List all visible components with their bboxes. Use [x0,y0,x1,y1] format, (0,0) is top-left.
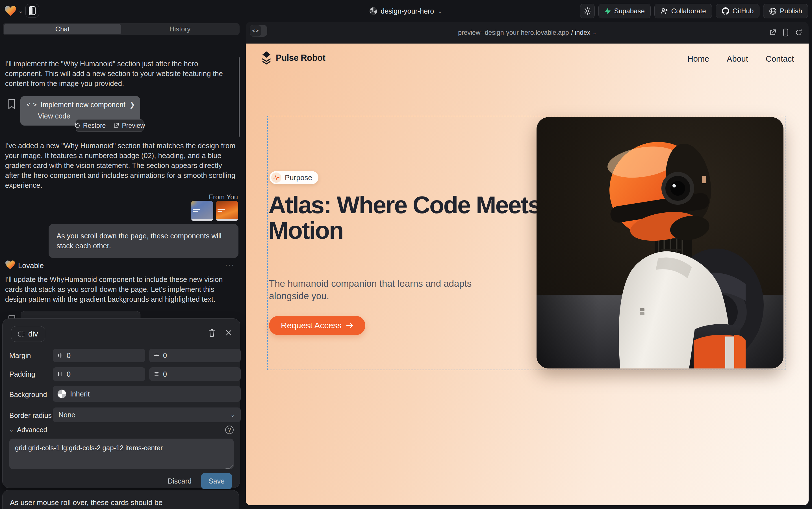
pulse-robot-logo-icon [261,52,272,65]
code-icon: <> [250,25,261,36]
from-you-label: From You [209,193,238,201]
preview-label: Preview [122,122,145,130]
supabase-button[interactable]: Supabase [598,4,651,19]
lovable-heart-icon [5,260,15,270]
collaborate-button[interactable]: Collaborate [654,4,712,19]
padding-y-input[interactable]: 0 [149,367,241,381]
preview-button[interactable]: Preview [113,122,145,130]
project-favicon-icon [369,7,377,15]
site-navbar: Pulse Robot Home About Contact [246,43,809,75]
hero-subtitle: The humanoid companion that learns and a… [269,277,478,302]
margin-x-input[interactable]: 0 [53,349,145,362]
sidebar-toggle-button[interactable] [26,4,39,18]
border-radius-label: Border radius [9,411,52,420]
hero-robot-image [537,117,783,369]
nav-link-home[interactable]: Home [688,54,709,64]
settings-button[interactable] [580,4,595,19]
assistant-header: Lovable ··· [5,260,234,271]
purpose-badge-label: Purpose [285,173,312,182]
arrow-right-icon [346,323,354,329]
save-button[interactable]: Save [201,473,232,489]
preview-url-path: / index [571,29,590,36]
refresh-button[interactable] [795,29,802,36]
chevron-down-icon: ⌄ [18,7,23,15]
background-label: Background [9,391,47,399]
attachment-thumbnail-orange[interactable] [216,201,238,221]
github-icon [722,7,730,15]
padding-horizontal-icon [58,371,63,377]
external-link-icon [113,123,119,129]
component-card-title: Implement new component [41,101,125,109]
restore-label: Restore [83,122,106,130]
mobile-view-button[interactable] [783,29,789,36]
github-button[interactable]: GitHub [716,4,760,19]
tailwind-classes-textarea[interactable]: grid grid-cols-1 lg:grid-cols-2 gap-12 i… [9,439,234,469]
chevron-down-icon: ⌄ [9,427,13,433]
project-selector[interactable]: design-your-hero ⌄ [369,0,442,22]
chevron-down-icon: ⌄ [437,7,442,15]
bookmark-icon[interactable] [8,99,15,109]
chevron-down-icon: ⌄ [230,411,235,418]
pulse-icon [273,175,280,180]
advanced-section-header[interactable]: ⌄ Advanced ? [9,426,234,434]
request-access-button[interactable]: Request Access [269,316,365,335]
composer-input[interactable]: As user mouse roll over, these cards sho… [10,498,230,507]
supabase-label: Supabase [614,7,645,15]
nav-link-contact[interactable]: Contact [766,54,794,64]
delete-element-button[interactable] [208,329,216,337]
preview-top-bar: <> preview--design-your-hero.lovable.app… [246,22,809,43]
chat-history-tabs: Chat History [3,23,239,35]
element-outline-icon [18,331,24,337]
advanced-label: Advanced [17,426,47,434]
margin-x-value: 0 [67,351,71,360]
user-message-bubble: As you scroll down the page, these compo… [48,224,238,258]
selected-element-chip[interactable]: div [11,326,45,342]
restore-icon [74,123,80,129]
top-bar-actions: Supabase Collaborate GitHub [580,4,808,19]
assistant-name: Lovable [18,261,44,270]
nav-link-about[interactable]: About [727,54,748,64]
request-access-label: Request Access [281,321,341,330]
color-swatch-icon [58,389,66,399]
open-in-new-tab-button[interactable] [769,29,776,36]
lovable-logo-menu[interactable]: ⌄ [4,4,24,18]
top-bar: ⌄ design-your-hero ⌄ [0,0,812,22]
project-name: design-your-hero [380,7,434,15]
padding-x-input[interactable]: 0 [53,367,145,381]
lovable-heart-icon [4,5,16,17]
publish-button[interactable]: Publish [763,4,808,19]
padding-vertical-icon [154,371,159,377]
code-view-toggle[interactable]: <> [250,25,267,37]
margin-y-value: 0 [163,351,167,360]
tab-history[interactable]: History [121,24,239,34]
collaborate-label: Collaborate [671,7,706,15]
purpose-badge: Purpose [269,171,319,184]
chat-composer[interactable]: As user mouse roll over, these cards sho… [2,490,239,509]
margin-y-input[interactable]: 0 [149,349,241,362]
lovable-app-window: ⌄ design-your-hero ⌄ [0,0,812,509]
padding-label: Padding [9,370,35,378]
help-icon[interactable]: ? [225,426,234,434]
margin-vertical-icon [154,352,159,358]
view-code-link[interactable]: View code [38,112,70,120]
discard-button[interactable]: Discard [168,477,191,485]
tab-chat[interactable]: Chat [4,24,121,34]
background-input[interactable]: Inherit [53,386,241,402]
site-nav-links: Home About Contact [688,54,794,64]
preview-url-bar[interactable]: preview--design-your-hero.lovable.app / … [458,22,596,43]
supabase-icon [604,7,611,15]
padding-x-value: 0 [67,370,71,378]
background-value: Inherit [70,390,89,398]
more-options-button[interactable]: ··· [225,260,234,269]
close-inspector-button[interactable] [225,330,232,336]
chat-panel: Chat History I'll implement the "Why Hum… [0,22,241,509]
attachment-thumbnail-blue[interactable] [191,201,213,221]
border-radius-select[interactable]: None ⌄ [53,407,241,422]
restore-button[interactable]: Restore [74,122,106,130]
element-inspector-panel: div Margin 0 [2,318,240,488]
border-radius-value: None [59,411,75,419]
chat-scrollbar[interactable] [239,58,240,137]
collaborate-people-icon [660,7,668,15]
site-brand[interactable]: Pulse Robot [261,52,325,65]
site-brand-name: Pulse Robot [276,53,325,63]
